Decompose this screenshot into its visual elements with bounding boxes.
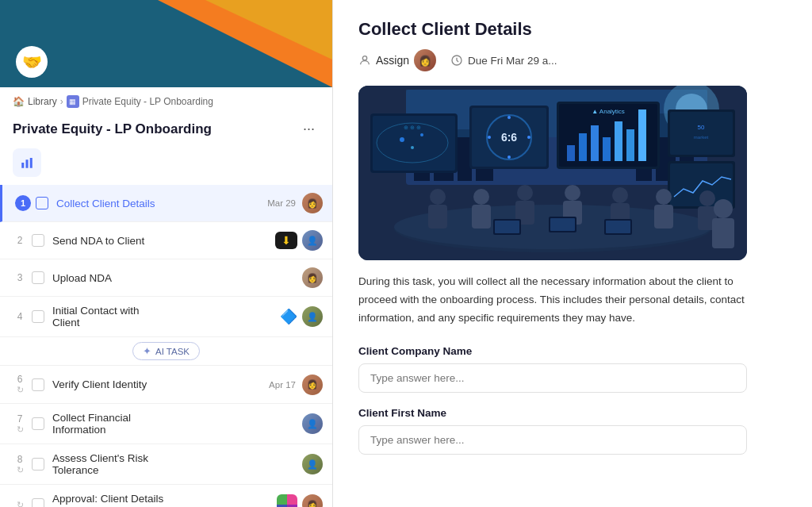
svg-rect-53 [472, 205, 491, 229]
task-label: Upload NDA [52, 272, 178, 284]
sync-icon: ↻ [17, 500, 24, 508]
logo-icon: 🤝 [16, 46, 48, 78]
task-number: 3 [13, 272, 27, 283]
left-header: 🤝 [0, 0, 332, 87]
due-date-text: Due Fri Mar 29 a... [468, 55, 557, 67]
office-scene-svg: ⊕ ⊕ ⊕ 6:6 ▲ Analytics [358, 86, 747, 260]
task-avatar: 👤 [302, 306, 323, 327]
task-checkbox[interactable] [32, 458, 44, 471]
svg-point-54 [517, 185, 533, 201]
svg-rect-39 [626, 129, 634, 161]
task-avatar: 👩 [302, 267, 323, 288]
task-item[interactable]: 3 Upload NDA 👩 [0, 259, 332, 297]
task-item[interactable]: 6 ↻ Verify Client Identity Apr 17 👩 [0, 366, 332, 404]
analytics-icon-box[interactable] [13, 148, 41, 177]
task-avatar: 👤 [302, 454, 323, 474]
svg-rect-40 [638, 109, 646, 161]
svg-text:▲ Analytics: ▲ Analytics [592, 108, 625, 115]
svg-text:50: 50 [698, 124, 705, 131]
header-triangle [205, 0, 332, 60]
ai-badge-label: AI TASK [155, 347, 190, 356]
form-label-firstname: Client First Name [358, 407, 747, 419]
task-checkbox[interactable] [32, 310, 44, 323]
task-avatar: 👩 [302, 374, 323, 395]
home-icon: 🏠 [13, 96, 25, 107]
breadcrumb-sep: › [60, 96, 63, 107]
project-title: Private Equity - LP Onboarding [13, 121, 212, 137]
task-label: Collect Client Details [56, 198, 267, 209]
analytics-icon [20, 156, 34, 170]
task-avatar: 👩 [302, 193, 323, 213]
page-icon: ▦ [67, 95, 79, 108]
form-label-company: Client Company Name [358, 345, 747, 357]
task-label: Initial Contact with Client [52, 305, 167, 328]
svg-point-22 [411, 146, 414, 149]
approval-icon [277, 494, 297, 507]
download-badge: ⬇ [275, 232, 297, 249]
svg-rect-43 [670, 112, 733, 155]
task-item[interactable]: 8 ↻ Assess Client's Risk Tolerance 👤 [0, 444, 332, 485]
task-number: 8 [13, 454, 27, 465]
task-item[interactable]: ↻ Approval: Client Details Verification … [0, 485, 332, 507]
form-field-firstname: Client First Name [358, 407, 747, 455]
svg-text:market: market [694, 135, 709, 140]
task-list: 1 Collect Client Details Mar 29 👩 2 Send… [0, 185, 332, 507]
svg-point-21 [420, 133, 423, 136]
task-label: Collect Financial Information [52, 412, 178, 436]
first-name-input[interactable] [358, 425, 747, 455]
breadcrumb-page: Private Equity - LP Onboarding [82, 96, 213, 107]
assign-person-icon [358, 54, 371, 67]
task-checkbox[interactable] [32, 417, 44, 430]
task-item[interactable]: 7 ↻ Collect Financial Information 👤 [0, 404, 332, 444]
task-description: During this task, you will collect all t… [358, 273, 747, 328]
breadcrumb-library[interactable]: Library [28, 96, 57, 107]
ai-star-icon: ✦ [143, 345, 151, 357]
task-number: 2 [13, 235, 27, 246]
task-date: Apr 17 [269, 380, 296, 390]
task-avatar: 👤 [302, 413, 323, 434]
task-number: 1 [15, 195, 31, 211]
svg-point-70 [714, 199, 733, 218]
task-checkbox[interactable] [32, 234, 44, 247]
svg-rect-61 [654, 205, 673, 229]
company-name-input[interactable] [358, 363, 747, 393]
task-item[interactable]: 1 Collect Client Details Mar 29 👩 [0, 185, 332, 222]
assign-button[interactable]: Assign 👩 [358, 49, 436, 71]
svg-rect-1 [26, 159, 29, 168]
svg-rect-34 [567, 145, 575, 161]
task-checkbox[interactable] [32, 271, 44, 284]
svg-rect-37 [603, 137, 611, 161]
task-number: 4 [13, 311, 27, 322]
svg-text:⊕ ⊕ ⊕: ⊕ ⊕ ⊕ [404, 125, 421, 130]
assignee-avatar: 👩 [414, 49, 436, 71]
task-detail-title: Collect Client Details [358, 19, 787, 40]
task-avatar: 👩 [302, 494, 323, 507]
icon-bar [0, 145, 332, 185]
svg-rect-71 [712, 218, 734, 248]
tool-icon: 🔷 [280, 308, 297, 325]
form-field-company: Client Company Name [358, 345, 747, 393]
svg-rect-69 [606, 221, 630, 233]
task-number: 6 [13, 374, 27, 385]
task-checkbox[interactable] [32, 498, 44, 507]
svg-point-20 [400, 137, 404, 142]
svg-rect-51 [428, 205, 447, 229]
svg-rect-2 [30, 158, 33, 168]
task-checkbox[interactable] [36, 197, 48, 209]
svg-point-56 [565, 185, 580, 201]
task-avatar: 👤 [302, 230, 323, 251]
task-number: 7 [13, 413, 27, 424]
task-checkbox[interactable] [32, 378, 44, 391]
task-item[interactable]: 2 Send NDA to Client ⬇ 👤 [0, 222, 332, 259]
breadcrumb: 🏠 Library › ▦ Private Equity - LP Onboar… [0, 87, 332, 116]
more-button[interactable]: ··· [298, 119, 320, 139]
clock-icon [450, 54, 463, 67]
right-panel: Collect Client Details Assign 👩 Due Fri … [333, 0, 812, 507]
svg-rect-65 [495, 221, 519, 233]
sync-icon: ↻ [17, 424, 24, 435]
task-label: Send NDA to Client [52, 235, 164, 247]
svg-point-60 [656, 189, 672, 205]
task-date: Mar 29 [267, 198, 296, 208]
task-item[interactable]: 4 Initial Contact with Client 🔷 👤 [0, 297, 332, 337]
svg-rect-38 [615, 121, 622, 161]
